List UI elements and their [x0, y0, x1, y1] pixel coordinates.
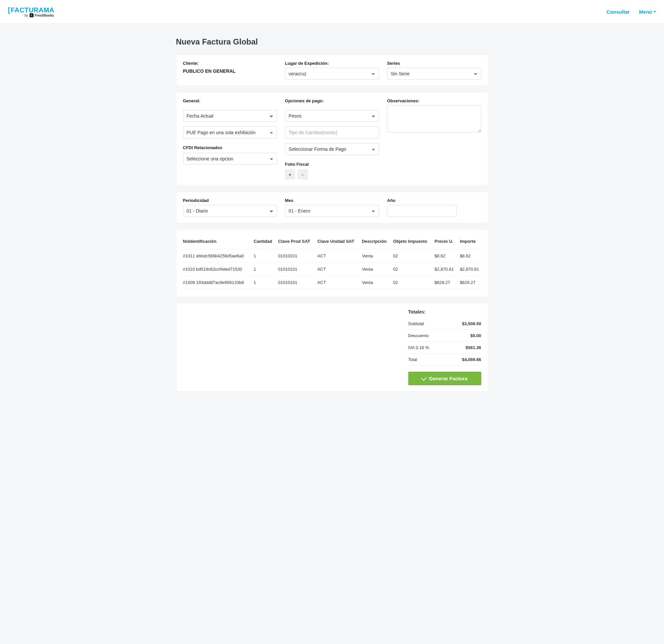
nav-consultar[interactable]: Consultar: [606, 9, 630, 15]
cell-noid: #1010 bd519c62ccf4ded71530: [181, 263, 252, 276]
subtotal-label: Subtotal: [408, 321, 424, 326]
cell-cantidad: 1: [252, 249, 276, 263]
col-clave-unidad: Clave Unidad SAT: [315, 235, 360, 249]
section-totals: Totales: Subtotal $3,508.50 Descuento $0…: [176, 303, 488, 392]
subtotal-value: $3,508.50: [462, 321, 481, 326]
folio-label: Folio Fiscal: [285, 162, 379, 167]
mes-label: Mes: [285, 198, 379, 203]
cell-objeto: 02: [391, 276, 433, 289]
col-cantidad: Cantidad: [252, 235, 276, 249]
col-objeto: Objeto Impuesto: [391, 235, 433, 249]
section-items: NoIdentificación Cantidad Clave Prod SAT…: [176, 229, 488, 297]
series-label: Series: [387, 61, 481, 66]
total-value: $4,069.86: [462, 357, 481, 362]
cell-clave_unidad: ACT: [315, 249, 360, 263]
tipo-cambio-input[interactable]: [285, 127, 379, 139]
series-select[interactable]: Sin Serie: [387, 68, 481, 80]
cell-clave_prod: 01010101: [276, 276, 315, 289]
items-table: NoIdentificación Cantidad Clave Prod SAT…: [181, 235, 483, 289]
cfdi-label: CFDI Relacionados: [183, 145, 277, 150]
fecha-select[interactable]: Fecha Actual: [183, 110, 277, 122]
lugar-label: Lugar de Expedición:: [285, 61, 379, 66]
cell-clave_unidad: ACT: [315, 276, 360, 289]
cell-precio: $629.27: [433, 276, 458, 289]
forma-pago-select[interactable]: Seleccionar Forma de Pago: [285, 143, 379, 155]
cliente-label: Cliente:: [183, 61, 277, 66]
section-periodo: Periodicidad 01 - Diario Mes 01 - Enero …: [176, 192, 488, 223]
col-descripcion: Descripción: [360, 235, 391, 249]
cell-precio: $2,870.61: [433, 263, 458, 276]
mes-select[interactable]: 01 - Enero: [285, 205, 379, 217]
cell-objeto: 02: [391, 263, 433, 276]
cell-cantidad: 1: [252, 276, 276, 289]
observaciones-textarea[interactable]: [387, 105, 481, 132]
cell-clave_prod: 01010101: [276, 263, 315, 276]
cell-cantidad: 1: [252, 263, 276, 276]
pago-label: Opciones de pago:: [285, 98, 379, 103]
topbar: [FACTURAMA by f FreshBooks Consultar Men…: [0, 0, 664, 24]
col-noid: NoIdentificación: [181, 235, 252, 249]
cell-importe: $2,870.61: [458, 263, 483, 276]
cell-descripcion: Venta: [360, 249, 391, 263]
chevron-down-icon: [653, 11, 656, 13]
total-total: Total $4,069.86: [408, 354, 481, 366]
logo[interactable]: [FACTURAMA by f FreshBooks: [8, 6, 54, 17]
periodicidad-select[interactable]: 01 - Diario: [183, 205, 277, 217]
table-row: #1010 bd519c62ccf4ded71530101010101ACTVe…: [181, 263, 483, 276]
metodo-pago-select[interactable]: PUE Pago en una sola exhibición: [183, 127, 277, 139]
descuento-label: Descuento: [408, 333, 429, 338]
cliente-value: PUBLICO EN GENERAL: [183, 68, 277, 74]
descuento-value: $0.00: [470, 333, 481, 338]
check-icon: [421, 375, 427, 381]
ano-label: Año: [387, 198, 481, 203]
iva-label: IVA 0.16 %: [408, 345, 429, 350]
total-descuento: Descuento $0.00: [408, 330, 481, 342]
col-precio: Precio U.: [433, 235, 458, 249]
cell-precio: $8.62: [433, 249, 458, 263]
totals-title: Totales:: [408, 309, 481, 314]
logo-main: [FACTURAMA: [8, 6, 54, 14]
cell-objeto: 02: [391, 249, 433, 263]
cell-descripcion: Venta: [360, 276, 391, 289]
generate-invoice-button[interactable]: Generar Factura: [408, 372, 481, 385]
cell-noid: #1011 ebbdc566b4256d5ae6a0: [181, 249, 252, 263]
nav-menu-label: Menú: [639, 9, 652, 15]
folio-add-button[interactable]: +: [285, 169, 295, 179]
lugar-select[interactable]: veracruz: [285, 68, 379, 80]
periodicidad-label: Periodicidad: [183, 198, 277, 203]
section-general: General: Fecha Actual PUE Pago en una so…: [176, 92, 488, 186]
moneda-select[interactable]: Pesos: [285, 110, 379, 122]
cell-importe: $629.27: [458, 276, 483, 289]
cell-clave_prod: 01010101: [276, 249, 315, 263]
total-iva: IVA 0.16 % $561.36: [408, 342, 481, 354]
cell-descripcion: Venta: [360, 263, 391, 276]
generate-invoice-label: Generar Factura: [429, 376, 468, 381]
section-cliente: Cliente: PUBLICO EN GENERAL Lugar de Exp…: [176, 55, 488, 86]
cfdi-select[interactable]: Seleccione una opcion: [183, 153, 277, 165]
cell-noid: #1009 193ddd87ac9e956133b8: [181, 276, 252, 289]
folio-remove-button[interactable]: -: [298, 169, 308, 179]
observaciones-label: Observaciones:: [387, 98, 481, 103]
table-row: #1009 193ddd87ac9e956133b8101010101ACTVe…: [181, 276, 483, 289]
ano-input[interactable]: [387, 205, 457, 217]
col-importe: Importe: [458, 235, 483, 249]
freshbooks-icon: f: [29, 13, 34, 17]
cell-clave_unidad: ACT: [315, 263, 360, 276]
col-clave-prod: Clave Prod SAT: [276, 235, 315, 249]
nav-menu[interactable]: Menú: [639, 9, 656, 15]
top-nav: Consultar Menú: [606, 9, 656, 15]
table-row: #1011 ebbdc566b4256d5ae6a0101010101ACTVe…: [181, 249, 483, 263]
total-subtotal: Subtotal $3,508.50: [408, 318, 481, 330]
total-label: Total: [408, 357, 417, 362]
iva-value: $561.36: [466, 345, 481, 350]
page-title: Nueva Factura Global: [176, 37, 488, 46]
cell-importe: $8.62: [458, 249, 483, 263]
logo-sub: by f FreshBooks: [25, 13, 54, 17]
general-label: General:: [183, 98, 277, 103]
